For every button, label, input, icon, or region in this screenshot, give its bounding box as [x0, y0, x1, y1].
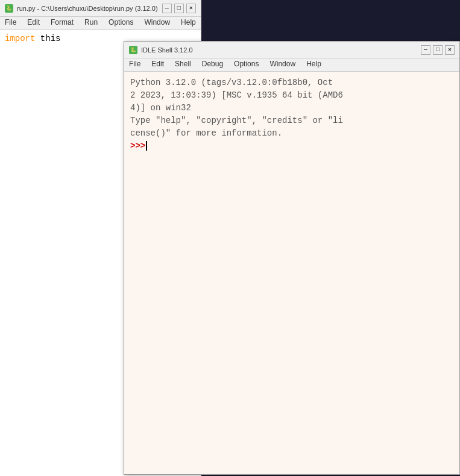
- editor-window-controls[interactable]: — □ ✕: [162, 4, 196, 13]
- shell-output-line2: 2 2023, 13:03:39) [MSC v.1935 64 bit (AM…: [130, 89, 453, 102]
- editor-menu-file[interactable]: File: [2, 18, 19, 28]
- editor-menu-edit[interactable]: Edit: [25, 18, 42, 28]
- shell-output-line4: Type "help", "copyright", "credits" or "…: [130, 114, 453, 127]
- shell-window: 🐍 IDLE Shell 3.12.0 — □ ✕ File Edit Shel…: [124, 41, 460, 475]
- shell-window-controls[interactable]: — □ ✕: [421, 45, 455, 55]
- shell-titlebar: 🐍 IDLE Shell 3.12.0 — □ ✕: [124, 42, 459, 58]
- editor-close-button[interactable]: ✕: [186, 4, 196, 13]
- this-module-name: this: [40, 34, 61, 43]
- editor-titlebar: 🐍 run.py - C:\Users\chuxu\Desktop\run.py…: [0, 0, 201, 17]
- prompt-cursor: [146, 141, 147, 151]
- editor-menu-options[interactable]: Options: [106, 18, 136, 28]
- editor-menu-run[interactable]: Run: [82, 18, 100, 28]
- shell-menu-debug[interactable]: Debug: [200, 60, 225, 70]
- shell-output-line3: 4)] on win32: [130, 102, 453, 114]
- shell-menu-edit[interactable]: Edit: [149, 60, 166, 70]
- shell-menu-options[interactable]: Options: [232, 60, 261, 70]
- shell-menu-file[interactable]: File: [127, 60, 143, 70]
- editor-app-icon: 🐍: [5, 4, 13, 13]
- editor-menu-help[interactable]: Help: [178, 18, 198, 28]
- shell-output-area[interactable]: Python 3.12.0 (tags/v3.12.0:0fb18b0, Oct…: [124, 72, 459, 474]
- shell-maximize-button[interactable]: □: [433, 45, 443, 55]
- shell-output-line5: cense()" for more information.: [130, 127, 453, 140]
- shell-app-icon: 🐍: [129, 46, 137, 54]
- shell-title: IDLE Shell 3.12.0: [141, 46, 193, 54]
- editor-menubar: File Edit Format Run Options Window Help: [0, 17, 201, 30]
- shell-prompt-line[interactable]: >>>: [130, 141, 453, 151]
- shell-output-line1: Python 3.12.0 (tags/v3.12.0:0fb18b0, Oct: [130, 77, 453, 89]
- editor-title: run.py - C:\Users\chuxu\Desktop\run.py (…: [17, 5, 158, 12]
- editor-menu-window[interactable]: Window: [142, 18, 172, 28]
- shell-menubar: File Edit Shell Debug Options Window Hel…: [124, 58, 459, 72]
- shell-menu-help[interactable]: Help: [304, 60, 324, 70]
- editor-minimize-button[interactable]: —: [162, 4, 172, 13]
- prompt-symbol: >>>: [130, 141, 145, 151]
- shell-minimize-button[interactable]: —: [421, 45, 430, 55]
- shell-menu-shell[interactable]: Shell: [172, 60, 194, 70]
- editor-menu-format[interactable]: Format: [48, 18, 76, 28]
- editor-maximize-button[interactable]: □: [174, 4, 184, 13]
- shell-close-button[interactable]: ✕: [445, 45, 455, 55]
- import-keyword: import: [5, 34, 35, 43]
- shell-menu-window[interactable]: Window: [267, 60, 298, 70]
